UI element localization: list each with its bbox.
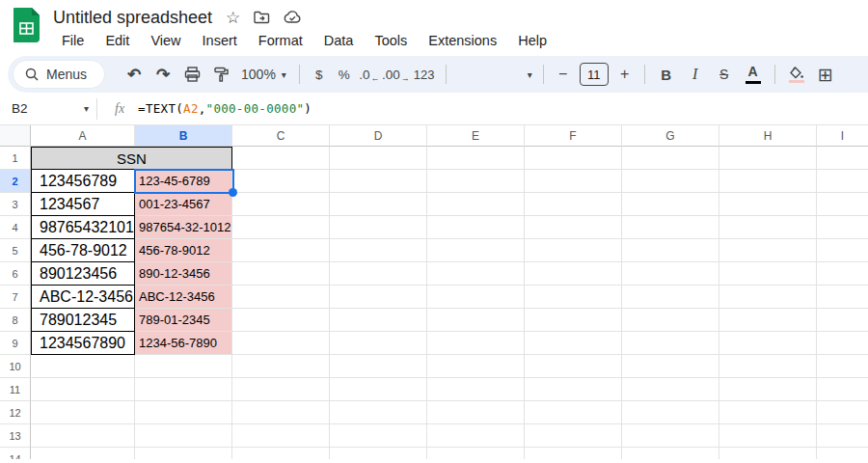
document-title[interactable]: Untitled spreadsheet [53, 8, 212, 28]
cell-b4[interactable]: 987654-32-1012 [135, 216, 232, 239]
row-header-8[interactable]: 8 [0, 309, 31, 332]
cell[interactable] [427, 262, 525, 286]
cell[interactable] [622, 448, 719, 459]
number-format-button[interactable]: 123 [410, 61, 439, 88]
cell[interactable] [817, 193, 868, 216]
cell[interactable] [135, 448, 232, 459]
cell[interactable] [817, 216, 868, 239]
menu-insert[interactable]: Insert [194, 31, 246, 50]
cell[interactable] [330, 355, 427, 378]
cell[interactable] [622, 309, 719, 332]
cell[interactable] [31, 378, 135, 401]
star-icon[interactable]: ☆ [226, 10, 240, 26]
menu-file[interactable]: File [53, 31, 93, 50]
cell[interactable] [232, 448, 330, 459]
decrease-decimals-button[interactable]: .0← [357, 61, 382, 88]
cell-a2[interactable]: 123456789 [31, 170, 135, 193]
row-header-14[interactable]: 14 [0, 448, 31, 459]
menu-tools[interactable]: Tools [366, 31, 416, 50]
borders-button[interactable]: ⊞ [811, 61, 840, 88]
text-color-button[interactable]: A [739, 61, 768, 88]
cell[interactable] [427, 332, 525, 355]
cell-b3[interactable]: 001-23-4567 [135, 193, 232, 216]
column-header-c[interactable]: C [232, 125, 330, 147]
column-header-i[interactable]: I [817, 125, 868, 147]
row-header-4[interactable]: 4 [0, 216, 31, 239]
italic-button[interactable]: I [681, 61, 710, 88]
cell[interactable] [622, 216, 719, 239]
cell[interactable] [817, 170, 868, 193]
cell-a9[interactable]: 1234567890 [31, 332, 135, 355]
cell[interactable] [525, 262, 622, 286]
cell[interactable] [817, 378, 868, 401]
menu-view[interactable]: View [142, 31, 189, 50]
cell-b2[interactable]: 123-45-6789 [135, 170, 232, 193]
cell[interactable] [817, 309, 868, 332]
menu-edit[interactable]: Edit [96, 31, 138, 50]
cell[interactable] [817, 147, 868, 170]
cell[interactable] [232, 170, 330, 193]
cell[interactable] [525, 378, 622, 401]
column-header-h[interactable]: H [719, 125, 817, 147]
cell[interactable] [622, 193, 719, 216]
cell[interactable] [232, 147, 330, 170]
cell[interactable] [427, 147, 525, 170]
cell[interactable] [622, 424, 719, 448]
cell[interactable] [622, 239, 719, 262]
undo-button[interactable]: ↶ [120, 61, 149, 88]
cell[interactable] [330, 262, 427, 286]
cell-a7[interactable]: ABC-12-3456 [31, 286, 135, 309]
font-family-select[interactable]: ▾ [453, 61, 536, 88]
formula-input[interactable]: =TEXT(A2,"000-00-0000") [138, 101, 312, 116]
cell[interactable] [427, 424, 525, 448]
cell[interactable] [330, 286, 427, 309]
cell[interactable] [427, 216, 525, 239]
cell[interactable] [622, 355, 719, 378]
cell-b6[interactable]: 890-12-3456 [135, 262, 232, 286]
cell[interactable] [330, 424, 427, 448]
cell[interactable] [525, 401, 622, 424]
cell[interactable] [622, 401, 719, 424]
row-header-13[interactable]: 13 [0, 424, 31, 448]
row-header-11[interactable]: 11 [0, 378, 31, 401]
cell-b5[interactable]: 456-78-9012 [135, 239, 232, 262]
cell-a5[interactable]: 456-78-9012 [31, 239, 135, 262]
cell[interactable] [330, 332, 427, 355]
row-header-9[interactable]: 9 [0, 332, 31, 355]
currency-format-button[interactable]: $ [307, 61, 332, 88]
cell[interactable] [817, 355, 868, 378]
cell[interactable] [330, 378, 427, 401]
column-header-f[interactable]: F [525, 125, 622, 147]
cell[interactable] [719, 216, 817, 239]
cell[interactable] [232, 239, 330, 262]
move-folder-icon[interactable] [254, 11, 270, 24]
cell-a4[interactable]: 987654321012 [31, 216, 135, 239]
print-button[interactable] [177, 61, 206, 88]
menu-extensions[interactable]: Extensions [420, 31, 505, 50]
cell[interactable] [330, 147, 427, 170]
paint-format-button[interactable] [206, 61, 235, 88]
cell[interactable] [525, 448, 622, 459]
column-header-d[interactable]: D [330, 125, 427, 147]
cell[interactable] [817, 401, 868, 424]
cell[interactable] [427, 448, 525, 459]
menu-format[interactable]: Format [250, 31, 312, 50]
cell[interactable] [31, 355, 135, 378]
cell[interactable] [719, 378, 817, 401]
cell[interactable] [232, 378, 330, 401]
google-sheets-logo[interactable] [14, 8, 40, 42]
cell[interactable] [427, 355, 525, 378]
cell-a8[interactable]: 789012345 [31, 309, 135, 332]
cell[interactable] [817, 424, 868, 448]
cell[interactable] [719, 193, 817, 216]
row-header-10[interactable]: 10 [0, 355, 31, 378]
zoom-select[interactable]: 100% ▾ [235, 67, 292, 82]
merged-cell-ssn-header[interactable]: SSN [31, 147, 232, 170]
cell[interactable] [622, 170, 719, 193]
cell[interactable] [427, 193, 525, 216]
cell[interactable] [719, 309, 817, 332]
row-header-1[interactable]: 1 [0, 147, 31, 170]
cell-a3[interactable]: 1234567 [31, 193, 135, 216]
cell[interactable] [232, 424, 330, 448]
cell-a6[interactable]: 890123456 [31, 262, 135, 286]
